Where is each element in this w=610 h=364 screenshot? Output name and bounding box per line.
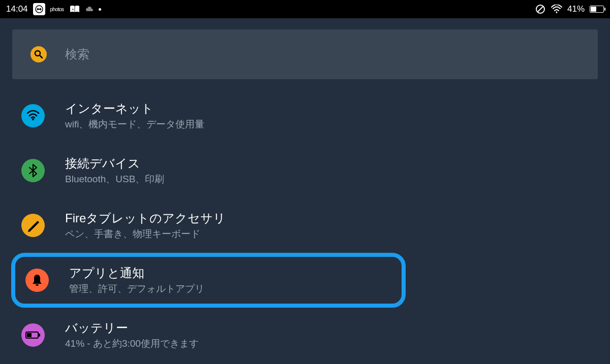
pen-icon [21, 214, 45, 237]
search-bar[interactable]: 検索 [12, 29, 598, 79]
wifi-settings-icon [21, 104, 45, 127]
photos-app-icon: photos [50, 7, 64, 12]
item-subtitle: Bluetooth、USB、印刷 [65, 173, 164, 186]
status-left: 14:04 photos a [6, 3, 101, 15]
teamviewer-icon [33, 3, 45, 15]
svg-rect-11 [27, 333, 32, 337]
item-title: バッテリー [65, 320, 199, 336]
search-placeholder: 検索 [65, 46, 89, 62]
battery-settings-icon [21, 323, 45, 347]
dot-icon [99, 8, 101, 11]
settings-list: インターネット wifi、機内モード、データ使用量 接続デバイス Bluetoo… [12, 88, 598, 362]
item-subtitle: 管理、許可、デフォルトアプリ [69, 282, 204, 295]
bluetooth-icon [21, 159, 45, 182]
item-title: インターネット [65, 101, 204, 117]
settings-item-apps-notifications[interactable]: アプリと通知 管理、許可、デフォルトアプリ [11, 253, 406, 308]
bell-icon [25, 269, 49, 292]
settings-item-connected-devices[interactable]: 接続デバイス Bluetooth、USB、印刷 [18, 143, 598, 198]
do-not-disturb-icon [535, 4, 546, 15]
status-right: 41% [535, 4, 604, 15]
status-time: 14:04 [6, 4, 28, 14]
status-bar: 14:04 photos a 41% [0, 0, 610, 18]
wifi-icon [551, 5, 562, 14]
svg-point-8 [32, 118, 34, 120]
settings-item-internet[interactable]: インターネット wifi、機内モード、データ使用量 [18, 88, 598, 143]
battery-percent: 41% [567, 4, 585, 14]
item-subtitle: 41% - あと約3:00使用できます [65, 337, 199, 350]
settings-item-battery[interactable]: バッテリー 41% - あと約3:00使用できます [18, 308, 598, 362]
search-icon [30, 46, 47, 62]
svg-point-5 [556, 12, 557, 13]
svg-rect-1 [37, 9, 41, 10]
item-title: Fireタブレットのアクセサリ [65, 210, 226, 226]
item-title: 接続デバイス [65, 155, 164, 172]
svg-line-7 [40, 55, 42, 58]
svg-line-4 [537, 6, 543, 12]
item-title: アプリと通知 [69, 265, 204, 281]
item-subtitle: wifi、機内モード、データ使用量 [65, 118, 204, 131]
svg-rect-10 [39, 334, 40, 337]
settings-item-accessories[interactable]: Fireタブレットのアクセサリ ペン、手書き、物理キーボード [18, 198, 598, 253]
item-subtitle: ペン、手書き、物理キーボード [65, 227, 226, 241]
book-app-icon: a [69, 5, 80, 13]
battery-icon [590, 6, 604, 13]
cloud-icon [85, 6, 94, 12]
